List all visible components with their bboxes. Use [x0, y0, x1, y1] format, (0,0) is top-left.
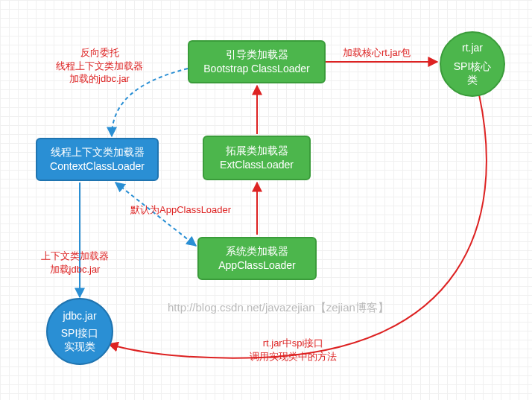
diagram-canvas: 引导类加载器 Bootstrap ClassLoader 拓展类加载器 ExtC… [0, 0, 532, 400]
node-ext: 拓展类加载器 ExtClassLoader [203, 136, 311, 180]
node-context-title-en: ContextClassLoader [50, 159, 145, 174]
node-jdbcjar-sub1: SPI接口 [61, 326, 99, 340]
node-app: 系统类加载器 AppClassLoader [197, 237, 317, 280]
node-rtjar: rt.jar SPI核心类 [440, 31, 505, 97]
label-rtjar-spi: rt.jar中spi接口 调用实现类中的方法 [250, 337, 337, 363]
node-rtjar-title: rt.jar [462, 41, 483, 55]
node-rtjar-sub: SPI核心类 [449, 60, 496, 88]
node-bootstrap-title-cn: 引导类加载器 [226, 48, 288, 62]
node-jdbcjar-title: jdbc.jar [63, 309, 96, 323]
label-load-rtjar: 加载核心rt.jar包 [343, 46, 411, 60]
watermark: http://blog.csdn.net/javazejian【zejian博客… [168, 301, 389, 315]
node-jdbcjar: jdbc.jar SPI接口 实现类 [46, 298, 113, 365]
node-app-title-cn: 系统类加载器 [226, 244, 288, 258]
node-jdbcjar-sub2: 实现类 [64, 340, 95, 354]
label-context-load-jdbc: 上下文类加载器 加载jdbc.jar [41, 250, 109, 276]
node-bootstrap-title-en: Bootstrap ClassLoader [203, 62, 309, 76]
node-app-title-en: AppClassLoader [218, 258, 296, 273]
label-reverse-delegate: 反向委托 线程上下文类加载器 加载的jdbc.jar [56, 46, 143, 86]
node-context: 线程上下文类加载器 ContextClassLoader [36, 138, 159, 181]
node-bootstrap: 引导类加载器 Bootstrap ClassLoader [188, 40, 326, 83]
label-default-app: 默认为AppClassLoader [130, 203, 231, 217]
node-ext-title-cn: 拓展类加载器 [226, 144, 288, 158]
node-context-title-cn: 线程上下文类加载器 [51, 145, 145, 159]
node-ext-title-en: ExtClassLoader [220, 158, 294, 172]
